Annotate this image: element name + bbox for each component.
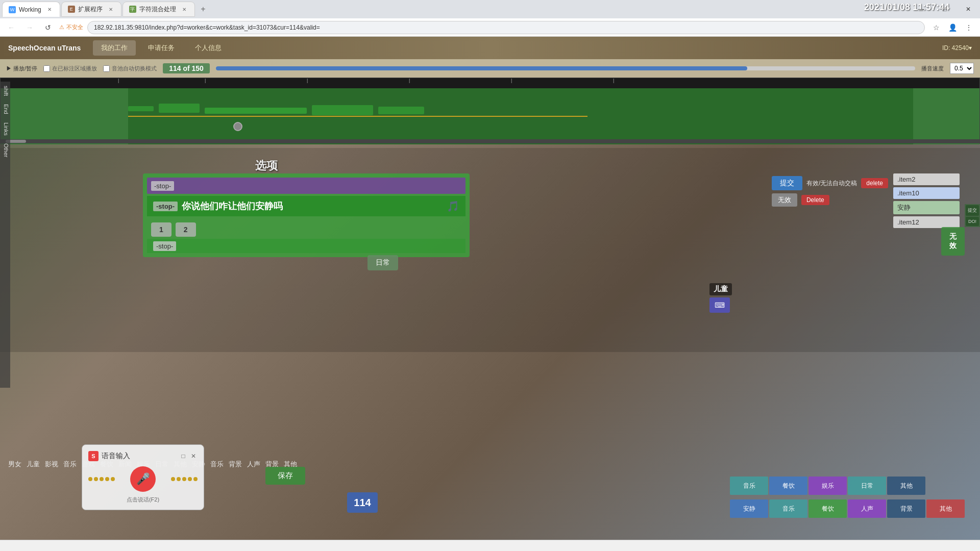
tag-bg[interactable]: 背景 bbox=[227, 459, 244, 470]
close-button[interactable]: ✕ bbox=[957, 0, 980, 18]
delete-button-1[interactable]: delete bbox=[861, 178, 888, 188]
nav-personal-info[interactable]: 个人信息 bbox=[187, 40, 230, 56]
cat-music-r2[interactable]: 音乐 bbox=[769, 499, 807, 518]
tab-extensions-favicon: E bbox=[68, 6, 75, 13]
sidebar-other[interactable]: Other bbox=[0, 139, 10, 162]
new-tab-button[interactable]: + bbox=[196, 2, 210, 16]
trans-main-text[interactable]: 你说他们咋让他们安静吗 bbox=[182, 200, 447, 212]
item-12[interactable]: .item12 bbox=[893, 216, 960, 228]
cat-music[interactable]: 音乐 bbox=[730, 477, 768, 495]
save-button[interactable]: 保存 bbox=[265, 467, 305, 485]
category-grid-row2: 安静 音乐 餐饮 人声 背景 其他 bbox=[730, 499, 965, 518]
dot-r1 bbox=[171, 477, 175, 481]
cat-food[interactable]: 餐饮 bbox=[769, 477, 807, 495]
valid-box[interactable]: 无效 bbox=[941, 227, 965, 256]
invalid-button[interactable]: 无效 bbox=[772, 193, 797, 207]
profile-button[interactable]: 👤 bbox=[945, 20, 960, 35]
voice-panel: S 语音输入 □ ✕ 🎤 点击说话(F2) bbox=[82, 444, 204, 510]
item-2[interactable]: .item2 bbox=[893, 173, 960, 185]
progress-track[interactable] bbox=[216, 66, 915, 70]
tag-music[interactable]: 音乐 bbox=[61, 459, 79, 470]
progress-fill bbox=[216, 66, 747, 70]
tab-extensions-label: 扩展程序 bbox=[78, 5, 103, 14]
sidebar-shift[interactable]: shift bbox=[0, 82, 10, 100]
counter-badge: 114 bbox=[347, 492, 378, 513]
address-icons: ☆ 👤 ⋮ bbox=[929, 20, 976, 35]
left-sidebar: shift End Links Other bbox=[0, 82, 10, 388]
tab-char-process[interactable]: 字 字符混合处理 ✕ bbox=[122, 2, 195, 17]
dots-left bbox=[88, 477, 115, 481]
dot-r4 bbox=[188, 477, 192, 481]
cat-food-r2[interactable]: 餐饮 bbox=[808, 499, 847, 518]
keyboard-icon[interactable]: ⌨ bbox=[709, 297, 730, 313]
tag-male-female[interactable]: 男女 bbox=[6, 459, 23, 470]
right-sidebar: 提交 DO! bbox=[965, 204, 980, 227]
voice-logo: S bbox=[88, 451, 99, 461]
ri-chang-button[interactable]: 日常 bbox=[368, 255, 398, 270]
item-10[interactable]: .item10 bbox=[893, 187, 960, 199]
submit-button[interactable]: 提交 bbox=[772, 176, 802, 190]
play-button[interactable]: ▶ 播放/暂停 bbox=[6, 65, 37, 72]
delete-button-2[interactable]: Delete bbox=[801, 195, 829, 205]
num-btn-2[interactable]: 2 bbox=[176, 222, 196, 237]
back-button[interactable]: ← bbox=[4, 20, 18, 35]
trans-purple-bar: -stop- bbox=[147, 178, 465, 194]
tab-char-favicon: 字 bbox=[129, 6, 136, 13]
cat-daily[interactable]: 日常 bbox=[848, 477, 886, 495]
dot-1 bbox=[88, 477, 92, 481]
sidebar-links[interactable]: Links bbox=[0, 118, 10, 140]
rs-btn-2[interactable]: DO! bbox=[966, 217, 979, 226]
cat-voice-r2[interactable]: 人声 bbox=[848, 499, 886, 518]
user-id[interactable]: ID: 42540▾ bbox=[942, 44, 972, 52]
tab-char-label: 字符混合处理 bbox=[139, 5, 176, 14]
browser-chrome: W Working ✕ E 扩展程序 ✕ 字 字符混合处理 ✕ + 2021/0… bbox=[0, 0, 980, 78]
num-btn-1[interactable]: 1 bbox=[151, 222, 172, 237]
sidebar-end[interactable]: End bbox=[0, 100, 10, 118]
tab-working-favicon: W bbox=[9, 6, 16, 13]
bookmark-button[interactable]: ☆ bbox=[929, 20, 943, 35]
tab-bar: W Working ✕ E 扩展程序 ✕ 字 字符混合处理 ✕ + 2021/0… bbox=[0, 0, 980, 18]
tab-working-close[interactable]: ✕ bbox=[45, 6, 54, 14]
svg-point-6 bbox=[234, 122, 242, 131]
tag-children[interactable]: 儿童 bbox=[24, 459, 42, 470]
nav-my-work[interactable]: 我的工作 bbox=[93, 40, 136, 56]
tab-extensions-close[interactable]: ✕ bbox=[107, 5, 115, 13]
svg-rect-3 bbox=[205, 108, 307, 114]
voice-close-button[interactable]: ✕ bbox=[189, 452, 198, 460]
tag-film[interactable]: 影视 bbox=[43, 459, 60, 470]
address-input[interactable] bbox=[87, 21, 925, 34]
mic-button[interactable]: 🎤 bbox=[130, 466, 156, 492]
speed-select[interactable]: 0.5 1.0 1.5 bbox=[950, 63, 974, 74]
tag-music2[interactable]: 音乐 bbox=[208, 459, 226, 470]
cat-other-g[interactable]: 其他 bbox=[887, 477, 925, 495]
waveform-scrollbar[interactable] bbox=[1, 139, 979, 143]
reload-button[interactable]: ↺ bbox=[41, 20, 55, 35]
tag-voice[interactable]: 人声 bbox=[245, 459, 262, 470]
forward-button[interactable]: → bbox=[22, 20, 37, 35]
tab-char-close[interactable]: ✕ bbox=[180, 5, 188, 13]
waveform-container: | | | | | | 0.2 0.3 0.6 1 bbox=[0, 78, 980, 144]
nav-apply-task[interactable]: 申请任务 bbox=[140, 40, 183, 56]
app-nav: SpeechOcean uTrans 我的工作 申请任务 个人信息 ID: 42… bbox=[0, 37, 980, 59]
auto-switch-checkbox[interactable] bbox=[103, 65, 110, 72]
minimize-button[interactable]: — bbox=[910, 0, 933, 18]
tab-extensions[interactable]: E 扩展程序 ✕ bbox=[61, 2, 121, 17]
voice-resize-button[interactable]: □ bbox=[179, 452, 187, 460]
xuan-xiang-label: 选项 bbox=[255, 158, 278, 173]
menu-button[interactable]: ⋮ bbox=[962, 20, 976, 35]
cat-bg-r2[interactable]: 背景 bbox=[887, 499, 925, 518]
tab-working[interactable]: W Working ✕ bbox=[2, 2, 60, 17]
svg-rect-1 bbox=[128, 106, 154, 111]
an-jing-btn[interactable]: 安静 bbox=[893, 201, 960, 214]
waveform-right-section bbox=[913, 88, 979, 144]
auto-region-checkbox[interactable] bbox=[43, 65, 50, 72]
voice-mic-area: 🎤 bbox=[88, 466, 198, 492]
voice-title: 语音输入 bbox=[102, 452, 130, 461]
cat-other-r2[interactable]: 其他 bbox=[926, 499, 965, 518]
rs-btn-1[interactable]: 提交 bbox=[966, 205, 979, 216]
cat-entertainment[interactable]: 娱乐 bbox=[808, 477, 847, 495]
waveform-center-section[interactable] bbox=[128, 88, 913, 144]
cat-quiet[interactable]: 安静 bbox=[730, 499, 768, 518]
maximize-button[interactable]: □ bbox=[933, 0, 957, 18]
app-logo: SpeechOcean uTrans bbox=[8, 44, 81, 52]
